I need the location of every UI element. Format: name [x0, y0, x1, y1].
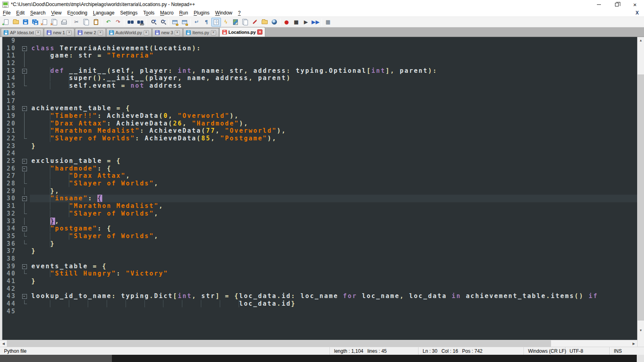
scroll-up-icon[interactable]: ▲: [638, 37, 644, 44]
show-all-characters-icon[interactable]: ¶: [202, 18, 211, 27]
code-text[interactable]: game: str = "Terraria": [30, 52, 637, 60]
code-text[interactable]: "Timber!!": AchieveData(0, "Overworld"),: [30, 112, 637, 120]
code-text[interactable]: self.event = not address: [30, 82, 637, 90]
code-text[interactable]: [30, 150, 637, 157]
menu-item-run[interactable]: Run: [176, 9, 191, 16]
fold-toggle-icon[interactable]: [20, 195, 30, 202]
menu-item-settings[interactable]: Settings: [117, 9, 140, 16]
code-text[interactable]: }: [30, 247, 637, 255]
menubar-close-document-icon[interactable]: X: [634, 10, 641, 16]
undo-icon[interactable]: ↶: [103, 18, 113, 27]
tab-close-icon[interactable]: ×: [144, 30, 149, 35]
scroll-right-icon[interactable]: ▶: [630, 340, 637, 347]
tab-close-icon[interactable]: ×: [98, 30, 103, 35]
code-text[interactable]: def __init__(self, player: int, name: st…: [30, 67, 637, 75]
code-text[interactable]: loc_data.id}: [30, 300, 637, 308]
code-text[interactable]: [30, 285, 637, 293]
menu-item-file[interactable]: File: [0, 9, 13, 16]
code-text[interactable]: [30, 255, 637, 263]
code-text[interactable]: }: [30, 142, 637, 150]
code-text[interactable]: "hardmode": {: [30, 165, 637, 173]
code-text[interactable]: events_table = {: [30, 263, 637, 270]
macro-run-multiple-icon[interactable]: ▶▶: [311, 18, 320, 27]
code-text[interactable]: "Slayer of Worlds",: [30, 232, 637, 240]
vertical-scroll-thumb[interactable]: [638, 74, 644, 321]
macro-stop-icon[interactable]: ■: [291, 18, 301, 27]
code-text[interactable]: [30, 37, 637, 45]
current-code-text[interactable]: "insane": {: [30, 195, 637, 202]
scroll-left-icon[interactable]: ◀: [0, 340, 7, 347]
word-wrap-icon[interactable]: ↵: [192, 18, 202, 27]
define-language-icon[interactable]: ϟ: [221, 18, 231, 27]
menu-item-help[interactable]: ?: [235, 9, 244, 16]
code-editor[interactable]: 910class TerrariaAchievement(Location):1…: [0, 37, 637, 340]
save-all-icon[interactable]: [30, 18, 40, 27]
tab-autoworld-py[interactable]: AutoWorld.py×: [106, 28, 152, 37]
close-doc-icon[interactable]: ×: [40, 18, 50, 27]
horizontal-scroll-track[interactable]: [551, 340, 630, 347]
menu-item-edit[interactable]: Edit: [13, 9, 27, 16]
menu-item-window[interactable]: Window: [213, 9, 235, 16]
code-text[interactable]: "Slayer of Worlds",: [30, 210, 637, 218]
vertical-scrollbar[interactable]: ▲ ▼: [637, 37, 644, 347]
code-text[interactable]: },: [30, 218, 637, 225]
code-text[interactable]: }: [30, 278, 637, 285]
paste-icon[interactable]: [91, 18, 101, 27]
code-text[interactable]: "Drax Attax": AchieveData(26, "Hardmode"…: [30, 120, 637, 128]
tab-close-icon[interactable]: ×: [66, 30, 72, 35]
save-macro-icon[interactable]: ▦: [323, 18, 333, 27]
code-text[interactable]: "Still Hungry": "Victory": [30, 270, 637, 278]
copy-icon[interactable]: [81, 18, 91, 27]
fold-toggle-icon[interactable]: [20, 105, 30, 112]
cut-icon[interactable]: ✂: [72, 18, 81, 27]
minimize-button[interactable]: [590, 0, 608, 9]
fold-toggle-icon[interactable]: [20, 67, 30, 75]
code-text[interactable]: "Marathon Medalist",: [30, 202, 637, 210]
status-encoding[interactable]: UTF-8: [566, 347, 610, 355]
tab-close-icon[interactable]: ×: [211, 30, 216, 35]
fold-toggle-icon[interactable]: [20, 157, 30, 165]
scroll-down-icon[interactable]: ▼: [638, 327, 644, 334]
status-eol-format[interactable]: Windows (CR LF): [524, 347, 566, 355]
close-button[interactable]: ×: [626, 0, 644, 9]
tab-close-icon[interactable]: ×: [175, 30, 180, 35]
fold-toggle-icon[interactable]: [20, 45, 30, 52]
tab-close-icon[interactable]: ×: [35, 30, 41, 35]
fold-toggle-icon[interactable]: [20, 263, 30, 270]
find-icon[interactable]: [126, 18, 135, 27]
fold-toggle-icon[interactable]: [20, 165, 30, 173]
show-indent-guide-icon[interactable]: [211, 18, 221, 27]
sync-horizontal-icon[interactable]: [180, 18, 189, 27]
redo-icon[interactable]: ↷: [113, 18, 123, 27]
fold-toggle-icon[interactable]: [20, 225, 30, 232]
code-text[interactable]: achievement_table = {: [30, 105, 637, 112]
code-text[interactable]: [30, 308, 637, 315]
menu-item-language[interactable]: Language: [90, 9, 117, 16]
zoom-in-icon[interactable]: +: [148, 18, 157, 27]
tab-items-py[interactable]: Items.py×: [183, 28, 219, 37]
sync-vertical-icon[interactable]: [170, 18, 180, 27]
code-text[interactable]: "Slayer of Worlds",: [30, 180, 637, 187]
menu-item-view[interactable]: View: [48, 9, 64, 16]
save-icon[interactable]: [21, 18, 30, 27]
close-all-docs-icon[interactable]: ×: [50, 18, 59, 27]
code-text[interactable]: [30, 60, 637, 67]
tab-new-3[interactable]: new 3×: [152, 28, 183, 37]
code-text[interactable]: "postgame": {: [30, 225, 637, 232]
tab-locations-py[interactable]: Locations.py×: [219, 27, 266, 37]
function-list-icon[interactable]: [240, 18, 250, 27]
replace-icon[interactable]: ab: [135, 18, 145, 27]
code-text[interactable]: }: [30, 240, 637, 248]
code-text[interactable]: },: [30, 187, 637, 195]
menu-item-plugins[interactable]: Plugins: [191, 9, 212, 16]
new-file-icon[interactable]: +: [1, 18, 11, 27]
tab-new-2[interactable]: new 2×: [75, 28, 105, 37]
code-text[interactable]: "Drax Attax",: [30, 172, 637, 180]
status-typing-mode[interactable]: INS: [610, 347, 644, 355]
code-text[interactable]: exclusion_table = {: [30, 157, 637, 165]
fold-toggle-icon[interactable]: [20, 292, 30, 300]
menu-item-macro[interactable]: Macro: [157, 9, 176, 16]
code-text[interactable]: [30, 97, 637, 105]
tab-new-1[interactable]: new 1×: [44, 28, 74, 37]
print-icon[interactable]: [59, 18, 69, 27]
